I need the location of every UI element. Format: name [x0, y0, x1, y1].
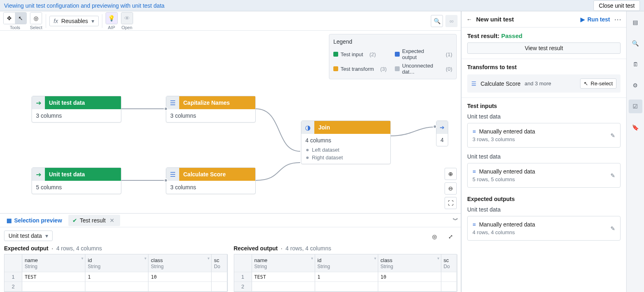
pointer-tool[interactable]: ↖: [15, 13, 26, 24]
cell[interactable]: [212, 282, 228, 292]
cell[interactable]: [85, 282, 148, 292]
tab-selection-preview[interactable]: ▦Selection preview: [2, 215, 66, 226]
col-header[interactable]: name: [25, 257, 38, 263]
pan-tool[interactable]: ✥: [4, 13, 15, 24]
back-button[interactable]: ←: [466, 16, 472, 23]
test-inputs-heading: Test inputs: [467, 103, 621, 109]
cell[interactable]: [252, 282, 315, 292]
table-icon: ▦: [6, 217, 12, 224]
rail-tag[interactable]: 🔖: [629, 121, 642, 134]
cell[interactable]: [378, 282, 441, 292]
run-test-button[interactable]: ▶Run test: [580, 16, 610, 23]
cell[interactable]: 1: [315, 272, 378, 282]
node-join[interactable]: ◑Join 4 columns Left dataset Right datas…: [301, 121, 391, 164]
col-header[interactable]: id: [318, 257, 322, 263]
node-test-input-2[interactable]: ➔Unit test data 5 columns: [32, 167, 121, 194]
cell[interactable]: TEST: [22, 272, 85, 282]
rail-tests[interactable]: ☑: [629, 99, 642, 113]
more-menu-button[interactable]: ⋯: [614, 15, 621, 24]
expand-button[interactable]: ⤢: [445, 231, 457, 243]
caret-down-icon[interactable]: ▾: [374, 256, 376, 260]
cell[interactable]: 10: [148, 272, 212, 282]
reselect-button[interactable]: ↖Re-select: [580, 78, 616, 89]
view-test-result-button[interactable]: View test result: [467, 42, 621, 54]
zoom-out-icon: ⊖: [448, 185, 453, 192]
reusables-label: Reusables: [61, 18, 88, 24]
legend-count: (1): [446, 51, 452, 57]
test-input-card-2[interactable]: ≡Manually entered data 5 rows, 5 columns…: [467, 163, 621, 188]
rail-settings[interactable]: ⚙: [629, 78, 642, 92]
zoom-out-button[interactable]: ⊖: [445, 182, 457, 195]
cell[interactable]: [212, 272, 228, 282]
col-header[interactable]: sc: [214, 257, 219, 263]
dataset-dropdown[interactable]: Unit test data▾: [4, 231, 53, 241]
col-header[interactable]: id: [88, 257, 92, 263]
node-capitalize-names[interactable]: ☰Capitalize Names 3 columns: [166, 96, 256, 123]
expected-output-meta: 4 rows, 4 columns: [56, 245, 102, 252]
caret-down-icon[interactable]: ▾: [437, 256, 439, 260]
caret-down-icon[interactable]: ▾: [144, 256, 146, 260]
rail-search[interactable]: 🔍: [629, 36, 642, 50]
cell[interactable]: TEST: [252, 272, 315, 282]
edit-button[interactable]: ✎: [610, 172, 615, 179]
search-icon: 🔍: [632, 40, 639, 47]
input-label: Unit test data: [467, 153, 621, 160]
edit-button[interactable]: ✎: [610, 225, 615, 232]
test-input-card-1[interactable]: ≡Manually entered data 3 rows, 3 columns…: [467, 123, 621, 148]
cell[interactable]: [148, 282, 212, 292]
col-type: String: [254, 264, 267, 269]
edit-button[interactable]: ✎: [610, 132, 615, 139]
tag-icon: 🔖: [632, 124, 639, 131]
node-calculate-score[interactable]: ☰Calculate Score 3 columns: [166, 167, 256, 194]
node-output-partial[interactable]: ➔ 4: [436, 121, 448, 146]
output-arrow-icon: ➔: [440, 124, 445, 131]
chevron-double-down-icon: ︾: [453, 217, 458, 223]
canvas[interactable]: Legend Test input (2) Expected output (1…: [0, 31, 461, 213]
node-title: Calculate Score: [179, 168, 255, 181]
card-title: Manually entered data: [479, 221, 535, 228]
col-header[interactable]: class: [381, 257, 393, 263]
caret-down-icon[interactable]: ▾: [311, 256, 313, 260]
data-icon: ≡: [472, 128, 476, 135]
cell[interactable]: [315, 282, 378, 292]
right-rail: ▤ 🔍 🗓 ⚙ ☑ 🔖: [626, 11, 644, 292]
tab-test-result[interactable]: ✔Test result✕: [68, 215, 120, 226]
col-header[interactable]: sc: [444, 257, 449, 263]
row-index: 1: [4, 272, 22, 282]
expected-output-card[interactable]: ≡Manually entered data 4 rows, 4 columns…: [467, 216, 621, 241]
cell[interactable]: [441, 272, 458, 282]
cell[interactable]: 1: [85, 272, 148, 282]
zoom-in-icon: ⊕: [448, 171, 453, 177]
caret-down-icon[interactable]: ▾: [81, 256, 83, 260]
locate-button[interactable]: ◎: [428, 231, 441, 243]
aip-button[interactable]: 💡: [106, 13, 117, 24]
search-button[interactable]: 🔍: [431, 15, 443, 27]
cell[interactable]: [22, 282, 85, 292]
toolbar: ✥ ↖ Tools ◎ Select fx Reusables ▾ 💡 AIP: [0, 11, 461, 31]
col-header[interactable]: class: [151, 257, 163, 263]
legend-label: Unconnected dat…: [402, 63, 439, 75]
cell[interactable]: [441, 282, 458, 292]
col-header[interactable]: name: [254, 257, 268, 263]
play-icon: ▶: [580, 16, 585, 23]
node-test-input-1[interactable]: ➔Unit test data 3 columns: [32, 96, 121, 123]
eye-icon: 👁: [124, 15, 130, 21]
crosshair-icon: ◎: [432, 233, 437, 240]
close-unit-test-button[interactable]: Close unit test: [593, 0, 640, 11]
rail-schedule[interactable]: 🗓: [629, 57, 642, 71]
collapse-panel-button[interactable]: ︾: [453, 217, 458, 224]
cell[interactable]: 10: [378, 272, 441, 282]
open-button[interactable]: 👁: [121, 13, 133, 24]
row-index: 2: [4, 282, 22, 292]
caret-down-icon[interactable]: ▾: [208, 256, 210, 260]
reusables-dropdown[interactable]: fx Reusables ▾: [49, 16, 99, 26]
close-tab-icon[interactable]: ✕: [108, 217, 116, 224]
zoom-fit-button[interactable]: ⛶: [445, 197, 457, 209]
link-button[interactable]: ∞: [445, 15, 458, 27]
dropdown-label: Unit test data: [8, 233, 42, 239]
expected-outputs-heading: Expected outputs: [467, 196, 621, 202]
legend-count: (0): [446, 66, 452, 72]
zoom-in-button[interactable]: ⊕: [445, 168, 457, 180]
rail-add-panel[interactable]: ▤: [629, 15, 642, 29]
select-tool[interactable]: ◎: [30, 13, 42, 24]
